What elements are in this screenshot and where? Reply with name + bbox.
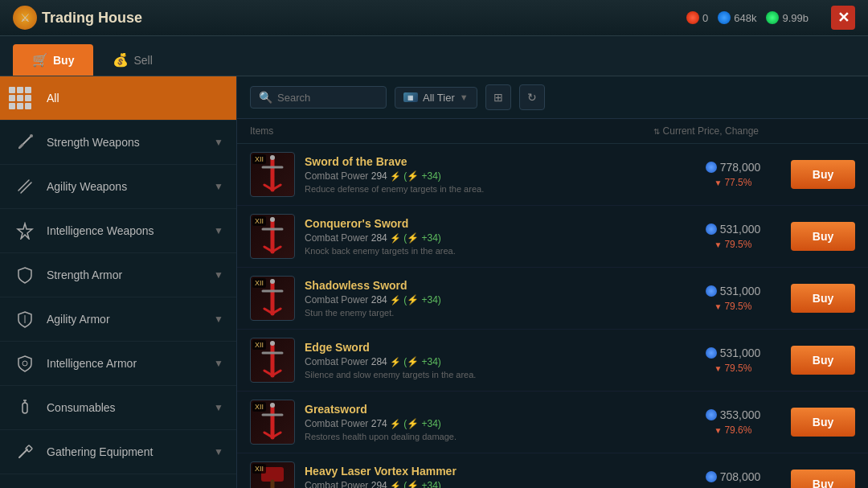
item-thumbnail: XII <box>250 152 295 197</box>
item-power: Combat Power 294 ⚡ (⚡ +34) <box>305 170 675 182</box>
buy-icon: 🛒 <box>32 52 48 68</box>
svg-point-37 <box>270 403 275 408</box>
item-info: Greatsword Combat Power 274 ⚡ (⚡ +34) Re… <box>305 403 675 441</box>
buy-button[interactable]: Buy <box>791 408 855 437</box>
price-value: 531,000 <box>720 285 761 297</box>
page-title: Trading House <box>42 10 142 27</box>
item-description: Knock back enemy targets in the area. <box>305 246 675 256</box>
refresh-button[interactable]: ↻ <box>519 84 545 110</box>
stat-blue-icon <box>718 11 731 24</box>
stat-red-value: 0 <box>702 12 708 24</box>
consumables-label: Consumables <box>47 401 214 414</box>
item-level: XII <box>252 340 266 350</box>
svg-point-27 <box>270 279 275 284</box>
table-row: XII Conqueror's Sword Combat Power 284 ⚡… <box>237 206 868 268</box>
stat-red: 0 <box>686 11 708 24</box>
item-name: Sword of the Brave <box>305 155 675 168</box>
consumables-icon <box>13 396 37 420</box>
strength-weapons-label: Strength Weapons <box>47 136 214 149</box>
sidebar-item-agility-weapons[interactable]: Agility Weapons ▼ <box>0 165 236 209</box>
price-change: ▼ 79.5% <box>685 301 781 312</box>
col-price-label: ⇅ Current Price, Change <box>653 125 759 137</box>
item-level: XII <box>252 464 266 474</box>
item-thumbnail: XII <box>250 214 295 259</box>
item-name: Greatsword <box>305 403 675 416</box>
item-list: XII Sword of the Brave Combat Power 294 … <box>237 144 868 488</box>
tab-sell[interactable]: 💰 Sell <box>93 44 171 76</box>
toolbar: 🔍 ▦ All Tier ▼ ⊞ ↻ <box>237 76 868 119</box>
sidebar-item-strength-weapons[interactable]: Strength Weapons ▼ <box>0 121 236 165</box>
strength-weapons-icon <box>13 130 37 154</box>
search-box[interactable]: 🔍 <box>250 86 387 109</box>
search-input[interactable] <box>277 92 378 104</box>
stat-green-icon <box>766 11 779 24</box>
price-value: 353,000 <box>720 408 761 421</box>
intelligence-weapons-label: Intelligence Weapons <box>47 224 214 237</box>
tab-bar: 🛒 Buy 💰 Sell <box>0 36 868 76</box>
item-price: 531,000 ▼ 79.5% <box>685 223 781 250</box>
change-arrow: ▼ <box>714 240 723 249</box>
table-row: XII Sword of the Brave Combat Power 294 … <box>237 144 868 206</box>
buy-button[interactable]: Buy <box>791 160 855 189</box>
intelligence-weapons-icon <box>13 219 37 243</box>
coin-icon <box>706 409 717 420</box>
tier-icon: ▦ <box>403 92 418 102</box>
table-row: XII Shadowless Sword Combat Power 284 ⚡ … <box>237 268 868 330</box>
item-thumbnail: XII <box>250 400 295 445</box>
close-button[interactable]: ✕ <box>831 6 855 30</box>
price-value: 708,000 <box>720 470 761 483</box>
agility-armor-label: Agility Armor <box>47 313 214 326</box>
sidebar-item-intelligence-armor[interactable]: Intelligence Armor ▼ <box>0 342 236 386</box>
stat-red-icon <box>686 11 699 24</box>
change-arrow: ▼ <box>714 178 723 187</box>
tab-sell-label: Sell <box>133 54 152 67</box>
filter-icon: ⊞ <box>493 91 503 104</box>
agility-weapons-label: Agility Weapons <box>47 180 214 193</box>
item-info: Conqueror's Sword Combat Power 284 ⚡ (⚡ … <box>305 217 675 256</box>
sidebar-item-all[interactable]: All <box>0 76 236 121</box>
price-value: 778,000 <box>720 161 761 174</box>
item-name: Edge Sword <box>305 341 675 354</box>
item-thumbnail: XII <box>250 338 295 383</box>
consumables-chevron: ▼ <box>214 402 223 413</box>
item-level: XII <box>252 216 266 226</box>
change-value: 79.6% <box>724 424 751 436</box>
item-description: Reduce defense of enemy targets in the a… <box>305 184 675 194</box>
buy-button[interactable]: Buy <box>791 284 855 313</box>
svg-point-7 <box>23 361 27 366</box>
refresh-icon: ↻ <box>527 91 537 104</box>
sidebar-item-consumables[interactable]: Consumables ▼ <box>0 386 236 430</box>
buy-button[interactable]: Buy <box>791 222 855 251</box>
item-thumbnail: XII <box>250 461 295 488</box>
price-change: ▼ 79.6% <box>685 424 781 436</box>
change-value: 77.5% <box>724 177 751 188</box>
buy-button[interactable]: Buy <box>791 346 855 375</box>
item-level: XII <box>252 402 266 412</box>
filter-button[interactable]: ⊞ <box>485 84 511 110</box>
agility-armor-icon <box>13 307 37 331</box>
strength-weapons-chevron: ▼ <box>214 137 223 148</box>
item-name: Heavy Laser Vortex Hammer <box>305 465 675 478</box>
buy-button[interactable]: Buy <box>791 470 855 488</box>
sidebar-item-gathering[interactable]: Gathering Equipment ▼ <box>0 430 236 474</box>
price-change: ▼ 79.5% <box>685 239 781 250</box>
tier-label: All Tier <box>423 92 455 104</box>
tier-select[interactable]: ▦ All Tier ▼ <box>395 87 477 109</box>
sell-icon: 💰 <box>113 52 129 68</box>
tab-buy-label: Buy <box>53 54 74 67</box>
all-grid-icon <box>13 86 37 110</box>
sort-icon: ⇅ <box>653 127 660 136</box>
sidebar-item-strength-armor[interactable]: Strength Armor ▼ <box>0 253 236 297</box>
sidebar-item-agility-armor[interactable]: Agility Armor ▼ <box>0 297 236 342</box>
coin-icon <box>706 285 717 297</box>
main-content: All Strength Weapons ▼ Agility We <box>0 76 868 488</box>
coin-icon <box>706 223 717 235</box>
sidebar-item-intelligence-weapons[interactable]: Intelligence Weapons ▼ <box>0 209 236 253</box>
sidebar: All Strength Weapons ▼ Agility We <box>0 76 237 488</box>
item-info: Edge Sword Combat Power 284 ⚡ (⚡ +34) Si… <box>305 341 675 379</box>
tab-buy[interactable]: 🛒 Buy <box>13 44 93 76</box>
item-power: Combat Power 284 ⚡ (⚡ +34) <box>305 356 675 367</box>
item-info: Shadowless Sword Combat Power 284 ⚡ (⚡ +… <box>305 279 675 318</box>
change-value: 79.5% <box>724 301 751 312</box>
price-value: 531,000 <box>720 223 761 236</box>
